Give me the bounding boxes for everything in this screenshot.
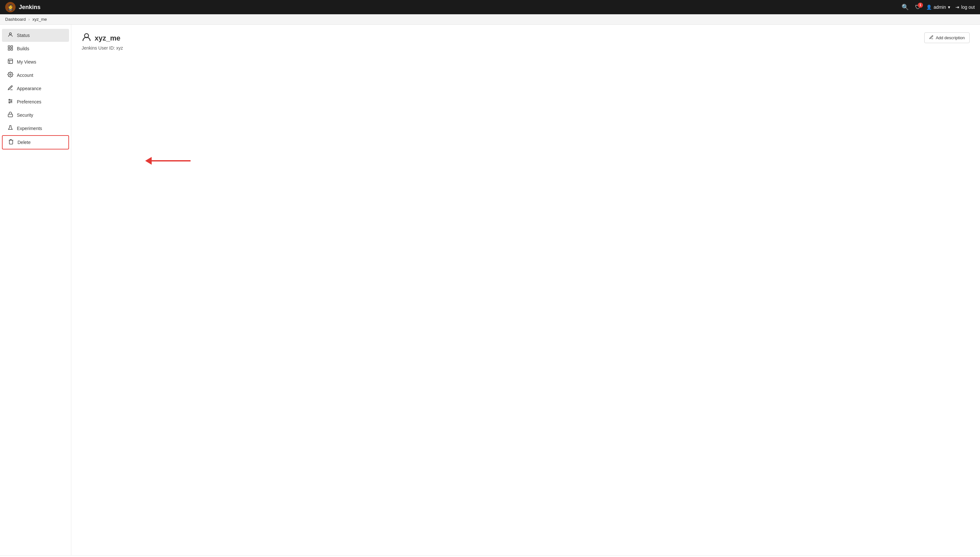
jenkins-logo: 🤵 (5, 2, 16, 12)
svg-rect-13 (8, 114, 13, 117)
preferences-icon (7, 98, 14, 105)
sidebar-item-status[interactable]: Status (2, 29, 69, 42)
svg-point-12 (9, 102, 10, 103)
sidebar-item-account-label: Account (17, 73, 33, 78)
svg-point-0 (10, 33, 11, 35)
svg-rect-1 (8, 46, 10, 47)
sidebar-item-my-views-label: My Views (17, 59, 36, 65)
logout-icon: ⇥ (956, 5, 959, 10)
search-icon: 🔍 (902, 3, 909, 11)
add-description-button[interactable]: Add description (924, 33, 970, 43)
arrow-line (152, 160, 190, 161)
username-label: admin (934, 5, 946, 10)
security-alerts[interactable]: 🛡 1 (915, 4, 921, 11)
appearance-icon (7, 85, 14, 92)
main-layout: Status Builds My Views Account Appearanc… (0, 24, 980, 555)
sidebar-item-delete-label: Delete (18, 140, 31, 145)
red-arrow-annotation (145, 157, 190, 165)
sidebar-item-experiments[interactable]: Experiments (2, 122, 69, 135)
my-views-icon (7, 59, 14, 65)
top-navbar: 🤵 Jenkins 🔍 🛡 1 👤 admin ▾ ⇥ log out (0, 0, 980, 14)
sidebar-item-delete[interactable]: Delete (2, 135, 69, 150)
svg-rect-4 (11, 49, 13, 50)
experiments-icon (7, 125, 14, 132)
user-menu[interactable]: 👤 admin ▾ (926, 5, 950, 10)
navbar-right: 🔍 🛡 1 👤 admin ▾ ⇥ log out (900, 2, 975, 12)
logout-label: log out (961, 5, 975, 10)
svg-rect-3 (8, 49, 10, 50)
add-description-label: Add description (936, 35, 965, 40)
sidebar-item-security-label: Security (17, 112, 33, 118)
builds-icon (7, 45, 14, 52)
breadcrumb-home[interactable]: Dashboard (5, 17, 26, 22)
breadcrumb: Dashboard › xyz_me (0, 14, 980, 24)
sidebar-item-experiments-label: Experiments (17, 126, 42, 131)
user-icon: 👤 (926, 5, 932, 10)
main-content: xyz_me Jenkins User ID: xyz Add descript… (71, 24, 980, 555)
chevron-down-icon: ▾ (948, 5, 950, 10)
username-display: xyz_me (94, 34, 120, 42)
sidebar-item-my-views[interactable]: My Views (2, 55, 69, 68)
page-title: xyz_me (82, 33, 123, 44)
sidebar-item-builds-label: Builds (17, 46, 29, 51)
sidebar-item-appearance-label: Appearance (17, 86, 41, 91)
svg-rect-2 (11, 46, 13, 47)
sidebar-item-account[interactable]: Account (2, 69, 69, 82)
navbar-title: Jenkins (19, 4, 41, 11)
logout-button[interactable]: ⇥ log out (956, 5, 975, 10)
trash-icon (8, 139, 14, 146)
breadcrumb-current: xyz_me (33, 17, 47, 22)
person-icon (7, 32, 14, 39)
sidebar-item-builds[interactable]: Builds (2, 42, 69, 55)
sidebar-item-preferences[interactable]: Preferences (2, 95, 69, 108)
svg-point-11 (11, 101, 12, 102)
arrow-head (145, 157, 152, 165)
svg-point-6 (10, 74, 11, 75)
sidebar: Status Builds My Views Account Appearanc… (0, 24, 71, 555)
sidebar-item-preferences-label: Preferences (17, 99, 41, 104)
svg-point-10 (9, 99, 10, 100)
footer: REST API Jenkins 2.492.1 (0, 555, 980, 557)
account-icon (7, 72, 14, 79)
svg-rect-5 (8, 59, 13, 64)
pencil-icon (929, 35, 934, 41)
user-id-label: Jenkins User ID: xyz (82, 46, 123, 50)
alert-badge: 1 (918, 3, 923, 8)
navbar-left: 🤵 Jenkins (5, 2, 41, 12)
sidebar-item-status-label: Status (17, 33, 30, 38)
user-profile-icon (82, 33, 91, 44)
sidebar-item-appearance[interactable]: Appearance (2, 82, 69, 95)
breadcrumb-separator: › (29, 17, 30, 22)
sidebar-item-security[interactable]: Security (2, 109, 69, 122)
search-button[interactable]: 🔍 (900, 2, 910, 12)
security-icon (7, 112, 14, 119)
